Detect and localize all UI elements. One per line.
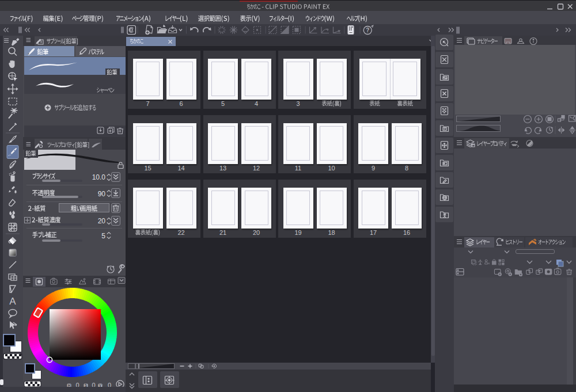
svg-text:A: A [9, 296, 16, 307]
svg-text:?: ? [366, 27, 369, 33]
